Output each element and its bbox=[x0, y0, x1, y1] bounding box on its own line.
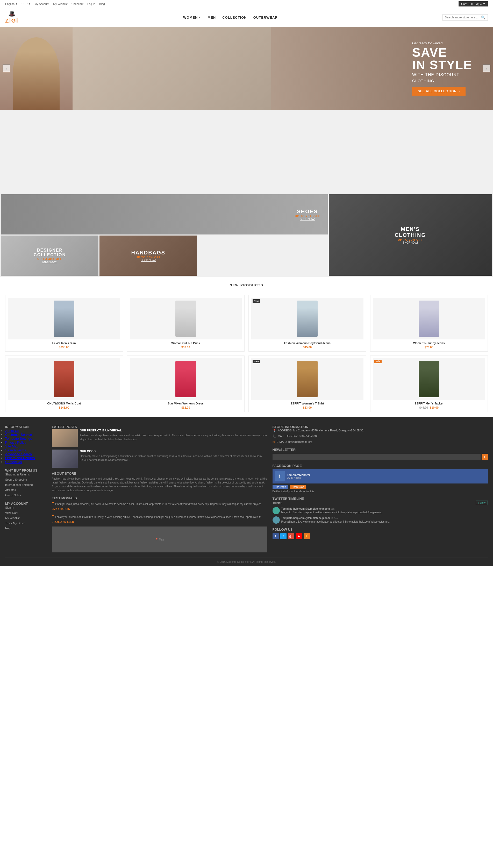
store-email-item: ✉ E-MAIL: info@demotsite.org bbox=[273, 440, 488, 444]
group-sales-link[interactable]: Group Sales bbox=[5, 493, 21, 497]
shipping-returns-link[interactable]: Shipping & Returns bbox=[5, 473, 30, 476]
nav-men[interactable]: MEN bbox=[208, 16, 216, 19]
facebook-section: FACEBOOK PAGE f TemplateMonster 76,417 l… bbox=[273, 464, 488, 493]
promo-section: SHOES UP TO 70% OFF SHOP NOW! DESIGNERCO… bbox=[0, 193, 493, 277]
store-address-item: 📍 ADDRESS: My Company, 4378 Hiemere Road… bbox=[273, 429, 488, 432]
advanced-search-link[interactable]: Advanced Search bbox=[5, 452, 32, 456]
privacy-policy-link[interactable]: Privacy Policy bbox=[5, 441, 26, 444]
secure-shopping-link[interactable]: Secure Shopping bbox=[5, 478, 27, 481]
nav-collection[interactable]: COLLECTION bbox=[222, 16, 247, 19]
fb-page-name: TemplateMonster bbox=[287, 473, 310, 477]
googleplus-social-icon[interactable]: g+ bbox=[288, 533, 294, 539]
product-figure bbox=[297, 361, 318, 397]
product-figure bbox=[419, 361, 440, 397]
orders-returns-link[interactable]: Orders and Returns bbox=[5, 456, 35, 460]
product-image[interactable] bbox=[373, 298, 485, 339]
facebook-social-icon[interactable]: f bbox=[273, 533, 279, 539]
tweet1-content: Template-help.com @templatehelp.com 21h … bbox=[281, 507, 383, 514]
product-price: $235.00 bbox=[8, 346, 120, 349]
newsletter-submit-button[interactable]: › bbox=[481, 454, 488, 460]
contact-us-link[interactable]: Contact Us bbox=[5, 460, 22, 464]
template-settings-link[interactable]: Template Settings bbox=[5, 437, 32, 441]
sign-in-link[interactable]: Sign In bbox=[5, 506, 14, 509]
view-cart-link[interactable]: View Cart bbox=[5, 511, 17, 514]
currency-selector[interactable]: USD ▼ bbox=[22, 2, 30, 5]
search-input[interactable] bbox=[445, 16, 481, 19]
nav-women[interactable]: WOMEN ▼ bbox=[183, 16, 201, 19]
email-icon: ✉ bbox=[273, 440, 275, 444]
rss-social-icon[interactable]: ⚡ bbox=[304, 533, 310, 539]
language-selector[interactable]: English ▼ bbox=[5, 2, 18, 5]
promo-mens[interactable]: MEN'SCLOTHING UP TO 70% OFF SHOP NOW! bbox=[329, 194, 492, 276]
hero-prev-button[interactable]: ‹ bbox=[3, 65, 10, 72]
product-image[interactable]: New bbox=[251, 298, 363, 339]
youtube-social-icon[interactable]: ▶ bbox=[296, 533, 302, 539]
fb-icon: f bbox=[275, 471, 285, 482]
footer-bottom: © 2016 Magento Demo Store. All Rights Re… bbox=[5, 557, 488, 563]
product-image[interactable] bbox=[130, 358, 242, 400]
footer-left-col: INFORMATION About Us Customer Service Te… bbox=[5, 425, 47, 552]
cart-button[interactable]: Cart: 0 ITEM(S) ▼ bbox=[458, 1, 488, 6]
fb-like-button[interactable]: Like Page bbox=[273, 485, 288, 489]
tweet2-avatar bbox=[273, 516, 280, 524]
product-card: New Fashion Womens Boyfriend Jeans $45.0… bbox=[249, 295, 366, 352]
blog-link[interactable]: Blog bbox=[99, 2, 105, 5]
newsletter-input[interactable] bbox=[273, 454, 481, 460]
post2-content: OUR GOOD Obviously there is nothing wron… bbox=[80, 449, 267, 468]
product-name: ESPRIT Men's Jacket bbox=[373, 402, 485, 405]
footer-why: WHY BUY FROM US Shipping & Returns Secur… bbox=[5, 468, 47, 497]
tweets-label: Tweets bbox=[273, 501, 282, 505]
product-image[interactable]: New bbox=[251, 358, 363, 400]
promo-shoes-title: SHOES bbox=[295, 209, 320, 214]
newsletter-section: NEWSLETTER › bbox=[273, 448, 488, 460]
product-image[interactable] bbox=[8, 358, 120, 400]
international-shipping-link[interactable]: International Shipping bbox=[5, 483, 33, 486]
about-us-link[interactable]: About Us bbox=[5, 429, 19, 433]
help-link[interactable]: Help bbox=[5, 527, 11, 530]
footer-top-grid: INFORMATION About Us Customer Service Te… bbox=[5, 425, 488, 552]
search-terms-link[interactable]: Search Terms bbox=[5, 448, 26, 452]
customer-service-link[interactable]: Customer Service bbox=[5, 433, 32, 437]
hero-cta-button[interactable]: SEE ALL COLLECTION › bbox=[412, 87, 466, 96]
my-account-link[interactable]: My Account bbox=[35, 2, 49, 5]
wishlist-link[interactable]: My Wishlist bbox=[53, 2, 68, 5]
checkout-link[interactable]: Checkout bbox=[71, 2, 83, 5]
promo-mens-link[interactable]: SHOP NOW! bbox=[395, 241, 426, 244]
store-phone-item: 📞 CALL US NOW: 800-2545-6789 bbox=[273, 435, 488, 438]
product-name: Women's Skinny Jeans bbox=[373, 341, 485, 345]
top-bar-left: English ▼ USD ▼ My Account My Wishlist C… bbox=[5, 2, 105, 5]
login-link[interactable]: Log In bbox=[87, 2, 95, 5]
twitter-social-icon[interactable]: 𝕥 bbox=[280, 533, 286, 539]
logo-text: ZiGi bbox=[5, 17, 18, 24]
twitter-follow-button[interactable]: Follow bbox=[476, 501, 488, 505]
site-map-link[interactable]: Site Map bbox=[5, 444, 18, 448]
facebook-box: f TemplateMonster 76,417 likes bbox=[273, 469, 488, 484]
promo-handbags-link[interactable]: SHOP NOW! bbox=[131, 259, 166, 262]
facebook-title: FACEBOOK PAGE bbox=[273, 464, 488, 468]
hero-next-button[interactable]: › bbox=[483, 65, 490, 72]
promo-grid-left bbox=[1, 111, 492, 192]
affiliates-link[interactable]: Affiliates bbox=[5, 488, 16, 491]
logo[interactable]: 🎩 ZiGi bbox=[5, 10, 18, 24]
promo-designer[interactable]: DESIGNERCOLLECTION UP TO 30% OFF SHOP NO… bbox=[1, 235, 99, 276]
promo-shoes-link[interactable]: SHOP NOW! bbox=[295, 218, 320, 220]
search-button[interactable]: 🔍 bbox=[481, 16, 486, 19]
hero-model-image bbox=[0, 27, 72, 110]
cart-count: 0 ITEM(S) bbox=[469, 2, 481, 5]
my-wishlist-footer-link[interactable]: My Wishlist bbox=[5, 516, 20, 520]
product-image[interactable] bbox=[8, 298, 120, 339]
track-order-link[interactable]: Track My Order bbox=[5, 522, 25, 525]
hero-content: Get ready for winter! SAVE IN STYLE WITH… bbox=[412, 41, 472, 96]
product-image[interactable] bbox=[130, 298, 242, 339]
fb-shop-button[interactable]: Shop Now bbox=[290, 485, 306, 489]
promo-shoes-subtitle: UP TO 70% OFF bbox=[295, 214, 320, 218]
store-address: ADDRESS: My Company, 4378 Hiemere Road, … bbox=[278, 429, 364, 432]
product-image[interactable]: Sale bbox=[373, 358, 485, 400]
promo-designer-link[interactable]: SHOP NOW! bbox=[34, 260, 66, 263]
tweet-1: Template-help.com @templatehelp.com 21h … bbox=[273, 507, 488, 514]
product-price: $145.00 bbox=[8, 406, 120, 409]
promo-shoes[interactable]: SHOES UP TO 70% OFF SHOP NOW! bbox=[1, 194, 328, 234]
nav-outerwear[interactable]: OUTERWEAR bbox=[253, 16, 278, 19]
fb-friends-text: Be the first of your friends to like thi… bbox=[273, 490, 488, 493]
promo-handbags[interactable]: HANDBAGS UP TO 30% OFF SHOP NOW! bbox=[100, 235, 197, 276]
